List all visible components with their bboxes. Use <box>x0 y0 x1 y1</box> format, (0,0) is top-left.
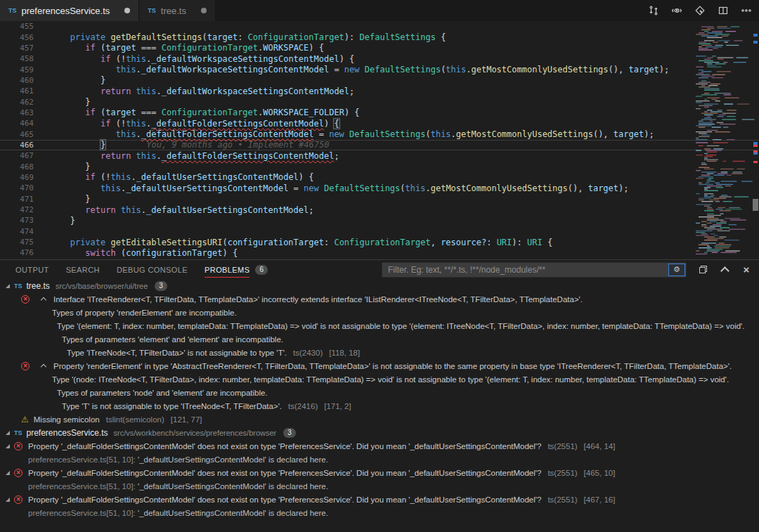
code-line[interactable]: 467 return this._defaultFolderSettingsCo… <box>0 150 759 161</box>
problem-row[interactable]: ✕Interface 'ITreeRenderer<T, TFilterData… <box>0 292 759 306</box>
line-number[interactable]: 455 <box>0 22 44 31</box>
line-number[interactable]: 464 <box>0 119 44 128</box>
tab-preferences-service[interactable]: TS preferencesService.ts <box>0 0 139 21</box>
git-compare-icon[interactable] <box>648 5 659 16</box>
related-location: preferencesService.ts[51, 10]: <box>28 509 138 517</box>
code-line[interactable]: 456 private getDefaultSettings(target: C… <box>0 32 759 42</box>
related-info-row[interactable]: preferencesService.ts[51, 10]: '_default… <box>0 453 759 466</box>
file-path: src/vs/workbench/services/preferences/br… <box>114 429 277 437</box>
code-line[interactable]: 461 return this._defaultWorkspaceSetting… <box>0 86 759 96</box>
line-number[interactable]: 462 <box>0 98 44 107</box>
line-number[interactable]: 467 <box>0 151 44 160</box>
related-info-row[interactable]: preferencesService.ts[51, 10]: '_default… <box>0 479 759 493</box>
line-number[interactable]: 468 <box>0 162 44 171</box>
code-line[interactable]: 462 } <box>0 96 759 107</box>
expand-twisty-icon[interactable] <box>6 498 10 502</box>
code-line[interactable]: 474 <box>0 226 759 237</box>
more-actions-icon[interactable] <box>741 5 752 16</box>
code-line[interactable]: 475 private getEditableSettingsURI(confi… <box>0 237 759 247</box>
code-line[interactable]: 466 }You, 9 months ago • Implement #4675… <box>0 140 759 150</box>
code-line[interactable]: 471 } <box>0 194 759 205</box>
problem-detail-row[interactable]: Type 'ITreeNode<T, TFilterData>' is not … <box>0 346 759 359</box>
minimap[interactable] <box>694 21 759 259</box>
problem-row[interactable]: ✕Property 'renderElement' in type 'Abstr… <box>0 359 759 372</box>
code-line[interactable]: 473 } <box>0 215 759 226</box>
line-number[interactable]: 460 <box>0 76 44 85</box>
expand-twisty-icon[interactable] <box>6 431 10 435</box>
line-number[interactable]: 463 <box>0 108 44 117</box>
expand-twisty-icon[interactable] <box>6 444 10 448</box>
problem-message: Interface 'ITreeRenderer<T, TFilterData,… <box>53 295 583 304</box>
line-number[interactable]: 472 <box>0 205 44 214</box>
problem-detail-row[interactable]: Types of parameters 'node' and 'element'… <box>0 386 759 399</box>
vscode-window: { "colors": { "background": "#1e1e1e", "… <box>0 0 759 532</box>
line-number[interactable]: 473 <box>0 216 44 225</box>
open-preview-icon[interactable] <box>671 5 682 16</box>
code-line[interactable]: 457 if (target === ConfigurationTarget.W… <box>0 43 759 53</box>
code-line[interactable]: 458 if (!this._defaultWorkspaceSettingsC… <box>0 53 759 64</box>
line-number[interactable]: 469 <box>0 173 44 182</box>
problems-list: TStree.tssrc/vs/base/browser/ui/tree3✕In… <box>0 279 759 532</box>
line-number[interactable]: 466 <box>0 141 44 150</box>
close-panel-icon[interactable]: × <box>741 264 752 275</box>
dirty-indicator-icon[interactable] <box>124 8 130 13</box>
problem-detail-row[interactable]: Types of property 'renderElement' are in… <box>0 306 759 319</box>
problems-file-header[interactable]: TSpreferencesService.tssrc/vs/workbench/… <box>0 426 759 439</box>
panel-tab-label: OUTPUT <box>15 261 49 278</box>
problem-row[interactable]: ✕Property '_defaultFolderSettingsContent… <box>0 466 759 479</box>
code-line[interactable]: 455 <box>0 21 759 32</box>
expand-twisty-icon[interactable] <box>6 284 10 288</box>
line-number[interactable]: 456 <box>0 33 44 42</box>
filter-input[interactable] <box>382 263 686 277</box>
line-number[interactable]: 476 <box>0 248 44 257</box>
code-line[interactable]: 464 if (!this._defaultFolderSettingsCont… <box>0 118 759 129</box>
collapse-chevron-icon[interactable] <box>41 297 46 303</box>
line-number[interactable]: 465 <box>0 130 44 139</box>
line-number[interactable]: 459 <box>0 65 44 74</box>
code-line[interactable]: 460 } <box>0 75 759 86</box>
panel-tab-label: DEBUG CONSOLE <box>117 261 188 278</box>
line-number[interactable]: 471 <box>0 195 44 204</box>
code-line[interactable]: 468 } <box>0 161 759 171</box>
line-number[interactable]: 474 <box>0 227 44 236</box>
panel-tab-output[interactable]: OUTPUT <box>7 260 58 279</box>
problem-row[interactable]: ⚠Missing semicolontslint(semicolon)[121,… <box>0 413 759 426</box>
code-line[interactable]: 459 this._defaultWorkspaceSettingsConten… <box>0 64 759 74</box>
tab-tree[interactable]: TS tree.ts <box>139 0 216 21</box>
split-editor-icon[interactable] <box>718 5 729 16</box>
line-number[interactable]: 461 <box>0 86 44 96</box>
restore-panel-icon[interactable] <box>697 264 708 275</box>
detail-message: Types of property 'renderElement' are in… <box>52 309 237 317</box>
code-line[interactable]: 465 this._defaultFolderSettingsContentMo… <box>0 129 759 139</box>
line-number[interactable]: 470 <box>0 183 44 193</box>
detail-message: Type 'ITreeNode<T, TFilterData>' is not … <box>67 349 287 357</box>
panel-tab-search[interactable]: SEARCH <box>58 260 108 279</box>
problem-detail-row[interactable]: Type '(node: ITreeNode<T, TFilterData>, … <box>0 372 759 386</box>
dirty-indicator-icon[interactable] <box>201 8 207 13</box>
collapse-chevron-icon[interactable] <box>41 364 46 370</box>
code-line[interactable]: 469 if (!this._defaultUserSettingsConten… <box>0 172 759 183</box>
line-number[interactable]: 475 <box>0 238 44 247</box>
problem-row[interactable]: ✕Property '_defaultFolderSettingsContent… <box>0 439 759 453</box>
problem-detail-row[interactable]: Types of parameters 'element' and 'eleme… <box>0 332 759 346</box>
problem-detail-row[interactable]: Type 'T' is not assignable to type 'ITre… <box>0 399 759 413</box>
related-info-row[interactable]: preferencesService.ts[51, 10]: '_default… <box>0 506 759 519</box>
code-line[interactable]: 463 if (target === ConfigurationTarget.W… <box>0 108 759 118</box>
code-line[interactable]: 472 return this._defaultUserSettingsCont… <box>0 205 759 215</box>
line-number[interactable]: 458 <box>0 54 44 63</box>
panel-tab-problems[interactable]: PROBLEMS6 <box>196 260 276 279</box>
problem-row[interactable]: ✕Property '_defaultFolderSettingsContent… <box>0 493 759 506</box>
code-line[interactable]: 470 this._defaultUserSettingsContentMode… <box>0 183 759 193</box>
maximize-panel-icon[interactable] <box>719 264 730 275</box>
related-location: preferencesService.ts[51, 10]: <box>28 482 138 491</box>
panel-tab-debug-console[interactable]: DEBUG CONSOLE <box>108 260 196 279</box>
problems-file-header[interactable]: TStree.tssrc/vs/base/browser/ui/tree3 <box>0 279 759 292</box>
problem-source: ts(2551) <box>547 442 577 450</box>
problem-detail-row[interactable]: Type '(element: T, index: number, templa… <box>0 319 759 332</box>
format-icon[interactable] <box>694 5 706 16</box>
expand-twisty-icon[interactable] <box>6 471 10 475</box>
line-number[interactable]: 457 <box>0 44 44 53</box>
code-line[interactable]: 476 switch (configurationTarget) { <box>0 247 759 258</box>
code-editor[interactable]: 455456 private getDefaultSettings(target… <box>0 21 759 259</box>
filter-icon[interactable]: ⚙ <box>668 264 685 276</box>
